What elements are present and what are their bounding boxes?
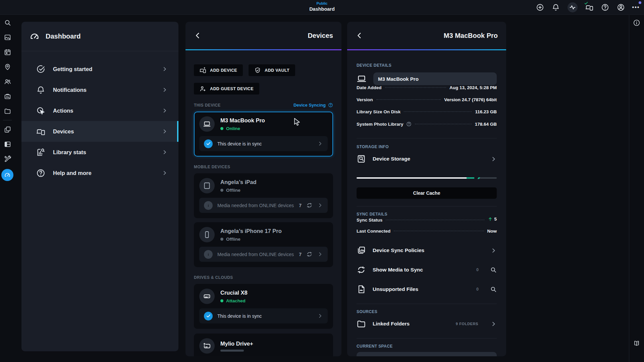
device-syncing-link[interactable]: Device Syncing: [293, 103, 333, 108]
menu-item-actions[interactable]: Actions: [21, 100, 178, 121]
device-card-crucial-x8[interactable]: Crucial X8 Attached This device is in sy…: [194, 284, 333, 329]
add-icon[interactable]: [536, 3, 544, 11]
menu-item-library-stats[interactable]: Library stats: [21, 142, 178, 163]
device-card-mylio-drive[interactable]: Mylio Drive+: [194, 334, 333, 356]
chevron-right-icon: [490, 156, 497, 162]
device-sync-policies-row[interactable]: Device Sync Policies: [357, 241, 497, 260]
chevron-right-icon: [162, 128, 168, 134]
sync-icon: [306, 202, 313, 208]
info-icon[interactable]: [633, 19, 640, 26]
linked-folders-row[interactable]: Linked Folders 9 FOLDERS: [357, 314, 497, 334]
clear-cache-button[interactable]: Clear Cache: [357, 187, 497, 199]
device-storage-row[interactable]: Device Storage: [357, 149, 497, 169]
rail-tools-icon[interactable]: [0, 152, 15, 166]
book-icon[interactable]: [633, 340, 640, 347]
menu-item-getting-started[interactable]: Getting started: [21, 59, 178, 79]
menu-item-devices[interactable]: Devices: [21, 121, 178, 142]
rail-layout-icon[interactable]: [0, 137, 15, 152]
sync-status-row[interactable]: This device is in sync: [199, 136, 328, 151]
sync-check-icon: [204, 139, 213, 148]
sync-ok-check-icon: [584, 1, 588, 5]
detail-panel-title: M3 MacBook Pro: [363, 32, 498, 40]
menu-item-notifications[interactable]: Notifications: [21, 79, 178, 100]
info-icon: [204, 201, 213, 210]
check-circle-icon: [36, 65, 45, 74]
search-icon[interactable]: [490, 286, 497, 293]
cloud-drive-avatar: [199, 338, 215, 354]
help-circle-icon: [328, 103, 333, 108]
drive-avatar: [199, 289, 215, 304]
devices-icon: [36, 127, 45, 136]
folder-icon: [357, 319, 366, 328]
rail-folders-icon[interactable]: [0, 104, 15, 118]
help-circle-icon[interactable]: [406, 121, 412, 127]
notifications-bell-icon[interactable]: [552, 3, 560, 11]
sync-check-icon: [204, 312, 213, 320]
storage-info-section-label: STORAGE INFO: [357, 144, 497, 149]
folders-count-badge: 9 FOLDERS: [456, 322, 478, 326]
search-icon[interactable]: [490, 266, 497, 273]
phone-avatar: [199, 227, 215, 242]
dashboard-panel: Dashboard Getting started Notifications …: [21, 22, 178, 351]
device-status: Offline: [226, 188, 240, 193]
dashboard-title: Dashboard: [46, 33, 80, 40]
rail-search-icon[interactable]: [0, 15, 15, 30]
add-guest-device-button[interactable]: ADD GUEST DEVICE: [194, 83, 259, 95]
rail-dashboard-icon-active[interactable]: [0, 166, 15, 184]
file-icon: [357, 285, 366, 294]
account-icon[interactable]: [617, 3, 625, 11]
device-plus-icon: [200, 67, 206, 74]
rail-projects-icon[interactable]: [0, 89, 15, 104]
chevron-right-icon: [162, 149, 168, 155]
phone-icon: [203, 231, 211, 239]
rail-people-icon[interactable]: [0, 74, 15, 89]
activity-icon[interactable]: [568, 2, 578, 12]
detail-panel-header: M3 MacBook Pro: [347, 22, 506, 49]
menu-item-help-and-more[interactable]: Help and more: [21, 163, 178, 183]
add-vault-button[interactable]: ADD VAULT: [249, 64, 295, 76]
chevron-right-icon: [317, 141, 323, 146]
rail-map-icon[interactable]: [0, 59, 15, 74]
devices-panel: Devices ADD DEVICE ADD VAULT ADD GUEST D…: [185, 22, 341, 356]
progress-free-segment: [480, 177, 497, 179]
device-detail-panel: M3 MacBook Pro DEVICE DETAILS M3 MacBook…: [347, 22, 506, 356]
devices-sync-icon[interactable]: [585, 3, 593, 11]
device-name-input[interactable]: M3 MacBook Pro: [373, 72, 497, 85]
header-gradient-line: [185, 49, 341, 50]
back-icon[interactable]: [194, 32, 201, 39]
device-details-section-label: DEVICE DETAILS: [357, 63, 497, 68]
media-to-sync-count: 0: [476, 267, 479, 272]
rail-spaces-icon[interactable]: [0, 122, 15, 137]
help-icon[interactable]: [601, 3, 609, 11]
device-name: Angela’s iPad: [220, 179, 257, 185]
progress-used-segment: [357, 177, 467, 179]
sync-status-row[interactable]: This device is in sync: [199, 308, 328, 323]
device-card-iphone[interactable]: Angela’s iPhone 17 Pro Offline Media nee…: [194, 222, 333, 267]
unsupported-files-row[interactable]: Unsupported Files 0: [357, 280, 497, 299]
notification-dot: [639, 1, 641, 4]
media-needed-row[interactable]: Media needed from ONLINE devices 7: [199, 247, 328, 262]
back-icon[interactable]: [356, 32, 363, 39]
dotted-leader: [415, 124, 472, 124]
more-menu-icon[interactable]: •••: [633, 3, 639, 11]
dotted-leader: [394, 231, 484, 231]
external-drive-icon: [203, 292, 211, 300]
rail-calendar-icon[interactable]: [0, 45, 15, 59]
left-icon-rail: [0, 15, 15, 362]
this-device-section-label: THIS DEVICE: [194, 103, 221, 108]
detail-row-last-connected: Last ConnectedNow: [357, 229, 497, 241]
space-selector[interactable]: Space: [357, 352, 497, 356]
dashboard-menu: Getting started Notifications Actions De…: [21, 59, 178, 183]
add-device-button[interactable]: ADD DEVICE: [194, 64, 243, 76]
show-media-to-sync-row[interactable]: Show Media to Sync 0: [357, 260, 497, 280]
storage-progress-bar: [357, 177, 497, 179]
device-card-m3-macbook-pro[interactable]: M3 MacBook Pro Online This device is in …: [194, 112, 333, 157]
device-card-ipad[interactable]: Angela’s iPad Offline Media needed from …: [194, 173, 333, 218]
device-name: Angela’s iPhone 17 Pro: [220, 228, 282, 234]
chart-search-icon: [36, 148, 45, 157]
device-name: M3 MacBook Pro: [220, 117, 265, 124]
chevron-right-icon: [490, 321, 497, 327]
top-bar: Public Dashboard •••: [0, 0, 644, 15]
rail-photos-icon[interactable]: [0, 30, 15, 45]
media-needed-row[interactable]: Media needed from ONLINE devices 7: [199, 198, 328, 213]
